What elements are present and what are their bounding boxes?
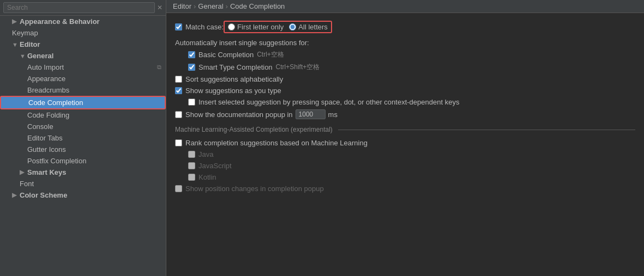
show-position-text: Show position changes in completion popu… <box>185 185 324 193</box>
breadcrumb-code-completion: Code Completion <box>230 2 285 10</box>
sort-alpha-label[interactable]: Sort suggestions alphabetically <box>175 75 283 83</box>
show-position-checkbox[interactable] <box>175 185 182 192</box>
basic-completion-row: Basic Completion Ctrl+空格 <box>188 50 635 59</box>
radio-all-letters-label[interactable]: All letters <box>298 23 327 31</box>
java-row: Java <box>188 150 635 158</box>
clear-icon[interactable]: ✕ <box>157 4 162 11</box>
sidebar-label-appearance-behavior: Appearance & Behavior <box>20 17 100 26</box>
rank-ml-row: Rank completion suggestions based on Mac… <box>175 139 635 147</box>
basic-completion-text: Basic Completion <box>198 51 254 59</box>
breadcrumb-general: General <box>198 2 223 10</box>
rank-ml-checkbox[interactable] <box>175 139 182 146</box>
sidebar-item-editor-tabs[interactable]: Editor Tabs <box>0 132 166 144</box>
smart-completion-text: Smart Type Completion <box>198 63 273 71</box>
smart-completion-checkbox[interactable] <box>188 64 195 71</box>
sidebar-item-code-completion[interactable]: Code Completion <box>0 96 166 109</box>
ml-section-label: Machine Learning-Assisted Completion (ex… <box>175 126 333 133</box>
match-case-checkbox[interactable] <box>175 23 182 30</box>
java-text: Java <box>198 150 213 158</box>
basic-completion-label[interactable]: Basic Completion <box>188 51 254 59</box>
sidebar-label-code-folding: Code Folding <box>27 111 69 119</box>
insert-selected-row: Insert selected suggestion by pressing s… <box>188 98 635 106</box>
javascript-text: JavaScript <box>198 162 232 170</box>
breadcrumb-sep2: › <box>226 2 228 10</box>
basic-completion-shortcut: Ctrl+空格 <box>257 50 284 59</box>
basic-completion-checkbox[interactable] <box>188 51 195 58</box>
sidebar-label-color-scheme: Color Scheme <box>20 191 67 199</box>
sidebar-item-smart-keys[interactable]: ▶ Smart Keys <box>0 167 166 178</box>
sidebar-label-editor-tabs: Editor Tabs <box>27 134 63 142</box>
search-input[interactable] <box>3 2 155 13</box>
breadcrumb-sep1: › <box>194 2 196 10</box>
breadcrumb-editor: Editor <box>173 2 191 10</box>
radio-first-letter-input[interactable] <box>228 23 235 30</box>
sort-alpha-row: Sort suggestions alphabetically <box>175 75 635 83</box>
sidebar-label-console: Console <box>27 122 53 131</box>
smart-completion-shortcut: Ctrl+Shift+空格 <box>276 63 320 72</box>
sidebar-item-breadcrumbs[interactable]: Breadcrumbs <box>0 84 166 96</box>
content-area: Match case: First letter only All letter… <box>166 13 644 276</box>
expand-arrow-color-scheme: ▶ <box>12 192 20 199</box>
kotlin-label[interactable]: Kotlin <box>188 173 216 181</box>
sidebar-item-font[interactable]: Font <box>0 178 166 189</box>
radio-all-letters[interactable]: All letters <box>289 23 327 31</box>
show-doc-popup-input[interactable] <box>296 109 326 119</box>
main-panel: Editor › General › Code Completion Match… <box>166 0 644 276</box>
sort-alpha-checkbox[interactable] <box>175 76 182 83</box>
show-position-row: Show position changes in completion popu… <box>175 185 635 193</box>
match-case-checkbox-label[interactable]: Match case: <box>175 23 224 31</box>
letter-radio-group: First letter only All letters <box>224 21 332 33</box>
sidebar-label-smart-keys: Smart Keys <box>27 168 67 176</box>
sidebar-item-console[interactable]: Console <box>0 121 166 132</box>
show-suggestions-label[interactable]: Show suggestions as you type <box>175 87 281 95</box>
sidebar: ✕ ▶ Appearance & Behavior Keymap ▼ Edito… <box>0 0 166 276</box>
show-doc-popup-label[interactable]: Show the documentation popup in <box>175 111 293 119</box>
divider-line <box>338 130 635 130</box>
sidebar-item-keymap[interactable]: Keymap <box>0 27 166 39</box>
show-position-label[interactable]: Show position changes in completion popu… <box>175 185 324 193</box>
sidebar-item-code-folding[interactable]: Code Folding <box>0 109 166 121</box>
java-label[interactable]: Java <box>188 150 213 158</box>
javascript-checkbox[interactable] <box>188 162 195 169</box>
show-doc-popup-text: Show the documentation popup in <box>185 111 293 119</box>
kotlin-checkbox[interactable] <box>188 174 195 181</box>
expand-arrow-general: ▼ <box>20 53 27 59</box>
expand-arrow-editor: ▼ <box>12 41 20 48</box>
sidebar-label-appearance: Appearance <box>27 75 65 83</box>
radio-first-letter[interactable]: First letter only <box>228 23 284 31</box>
show-suggestions-checkbox[interactable] <box>175 87 182 94</box>
show-doc-popup-unit: ms <box>328 111 338 119</box>
sidebar-label-keymap: Keymap <box>12 29 38 37</box>
sidebar-label-gutter-icons: Gutter Icons <box>27 145 66 154</box>
sidebar-label-auto-import: Auto Import <box>27 63 64 71</box>
sidebar-item-general[interactable]: ▼ General <box>0 50 166 62</box>
expand-arrow-smart-keys: ▶ <box>20 169 27 176</box>
sidebar-label-general: General <box>27 52 53 60</box>
sidebar-item-gutter-icons[interactable]: Gutter Icons <box>0 144 166 155</box>
expand-arrow: ▶ <box>12 18 20 25</box>
rank-ml-text: Rank completion suggestions based on Mac… <box>185 139 368 147</box>
sidebar-label-editor: Editor <box>20 40 40 48</box>
rank-ml-label[interactable]: Rank completion suggestions based on Mac… <box>175 139 368 147</box>
sidebar-item-color-scheme[interactable]: ▶ Color Scheme <box>0 189 166 201</box>
show-doc-popup-checkbox[interactable] <box>175 111 182 118</box>
sidebar-item-appearance[interactable]: Appearance <box>0 73 166 84</box>
sidebar-item-postfix-completion[interactable]: Postfix Completion <box>0 155 166 167</box>
radio-all-letters-input[interactable] <box>289 23 296 30</box>
sidebar-item-editor[interactable]: ▼ Editor <box>0 39 166 50</box>
javascript-label[interactable]: JavaScript <box>188 162 232 170</box>
sidebar-label-font: Font <box>20 180 34 188</box>
search-bar: ✕ <box>0 0 166 16</box>
insert-selected-checkbox[interactable] <box>188 99 195 106</box>
show-suggestions-text: Show suggestions as you type <box>185 87 281 95</box>
java-checkbox[interactable] <box>188 151 195 158</box>
kotlin-row: Kotlin <box>188 173 635 181</box>
smart-completion-label[interactable]: Smart Type Completion <box>188 63 273 71</box>
insert-selected-label[interactable]: Insert selected suggestion by pressing s… <box>188 98 459 106</box>
radio-first-letter-label[interactable]: First letter only <box>237 23 284 31</box>
match-case-row: Match case: First letter only All letter… <box>175 21 635 33</box>
breadcrumb: Editor › General › Code Completion <box>166 0 644 13</box>
sidebar-item-appearance-behavior[interactable]: ▶ Appearance & Behavior <box>0 16 166 27</box>
kotlin-text: Kotlin <box>198 173 216 181</box>
sidebar-item-auto-import[interactable]: Auto Import ⧉ <box>0 62 166 73</box>
